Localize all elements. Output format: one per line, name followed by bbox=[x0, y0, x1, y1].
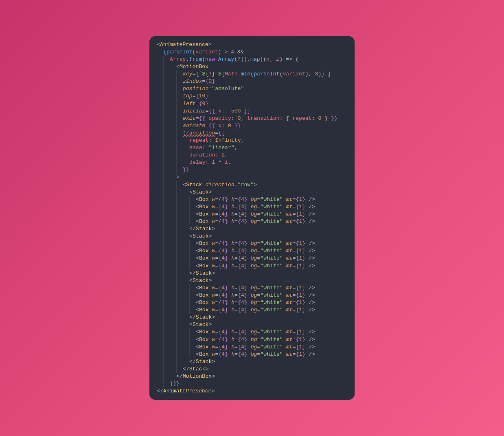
code-line[interactable]: }} bbox=[157, 166, 347, 174]
code-line[interactable]: <Box w={4} h={4} bg="white" mt={1} /> bbox=[157, 211, 347, 218]
code-line[interactable]: key={`${i}_${Math.min(parseInt(variant),… bbox=[157, 70, 347, 78]
code-line[interactable]: <Box w={4} h={4} bg="white" mt={1} /> bbox=[157, 255, 347, 262]
code-line[interactable]: {parseInt(variant) > 4 && bbox=[157, 48, 347, 56]
code-line[interactable]: left={0} bbox=[157, 100, 347, 108]
code-line[interactable]: animate={{ x: 0 }} bbox=[157, 122, 347, 130]
code-line[interactable]: ease: "linear", bbox=[157, 144, 347, 152]
code-line[interactable]: <Stack> bbox=[157, 277, 347, 284]
code-line[interactable]: </Stack> bbox=[157, 270, 347, 277]
code-line[interactable]: position="absolute" bbox=[157, 85, 347, 92]
code-line[interactable]: <Stack> bbox=[157, 189, 347, 196]
code-line[interactable]: <Box w={4} h={4} bg="white" mt={1} /> bbox=[157, 203, 347, 211]
code-line[interactable]: </Stack> bbox=[157, 358, 347, 366]
code-line[interactable]: <Box w={4} h={4} bg="white" mt={1} /> bbox=[157, 196, 347, 203]
code-line[interactable]: repeat: Infinity, bbox=[157, 137, 347, 144]
code-line[interactable]: <Box w={4} h={4} bg="white" mt={1} /> bbox=[157, 336, 347, 344]
code-line[interactable]: <Box w={4} h={4} bg="white" mt={1} /> bbox=[157, 218, 347, 225]
code-line[interactable]: <Box w={4} h={4} bg="white" mt={1} /> bbox=[157, 240, 347, 247]
code-line[interactable]: > bbox=[157, 174, 347, 181]
code-line[interactable]: <Box w={4} h={4} bg="white" mt={1} /> bbox=[157, 284, 347, 292]
code-line[interactable]: <Box w={4} h={4} bg="white" mt={1} /> bbox=[157, 292, 347, 299]
code-line[interactable]: </AnimatePresence> bbox=[157, 388, 347, 395]
code-line[interactable]: <Box w={4} h={4} bg="white" mt={1} /> bbox=[157, 247, 347, 255]
code-line[interactable]: ))} bbox=[157, 380, 347, 388]
code-line[interactable]: duration: 2, bbox=[157, 152, 347, 159]
code-line[interactable]: <Stack> bbox=[157, 321, 347, 328]
code-line[interactable]: exit={{ opacity: 0, transition: { repeat… bbox=[157, 115, 347, 122]
code-line[interactable]: <AnimatePresence> bbox=[157, 41, 347, 48]
code-line[interactable]: initial={{ x: -500 }} bbox=[157, 108, 347, 115]
code-line[interactable]: <Box w={4} h={4} bg="white" mt={1} /> bbox=[157, 306, 347, 314]
code-line[interactable]: <Box w={4} h={4} bg="white" mt={1} /> bbox=[157, 262, 347, 270]
code-line[interactable]: Array.from(new Array(7)).map((x, i) => ( bbox=[157, 56, 347, 63]
code-line[interactable]: </Stack> bbox=[157, 314, 347, 321]
code-line[interactable]: <MotionBox bbox=[157, 63, 347, 70]
code-line[interactable]: delay: 1 * i, bbox=[157, 159, 347, 166]
code-editor[interactable]: <AnimatePresence>{parseInt(variant) > 4 … bbox=[149, 36, 355, 400]
code-line[interactable]: <Box w={4} h={4} bg="white" mt={1} /> bbox=[157, 344, 347, 351]
code-line[interactable]: transition={{ bbox=[157, 130, 347, 137]
code-line[interactable]: </MotionBox> bbox=[157, 373, 347, 380]
code-line[interactable]: <Stack direction="row"> bbox=[157, 181, 347, 189]
code-line[interactable]: top={10} bbox=[157, 92, 347, 100]
code-line[interactable]: <Box w={4} h={4} bg="white" mt={1} /> bbox=[157, 328, 347, 336]
code-content[interactable]: <AnimatePresence>{parseInt(variant) > 4 … bbox=[157, 41, 347, 395]
code-line[interactable]: zIndex={0} bbox=[157, 78, 347, 85]
code-line[interactable]: <Box w={4} h={4} bg="white" mt={1} /> bbox=[157, 299, 347, 306]
code-line[interactable]: <Stack> bbox=[157, 233, 347, 240]
code-line[interactable]: <Box w={4} h={4} bg="white" mt={1} /> bbox=[157, 351, 347, 358]
code-line[interactable]: </Stack> bbox=[157, 225, 347, 233]
code-line[interactable]: </Stack> bbox=[157, 366, 347, 373]
